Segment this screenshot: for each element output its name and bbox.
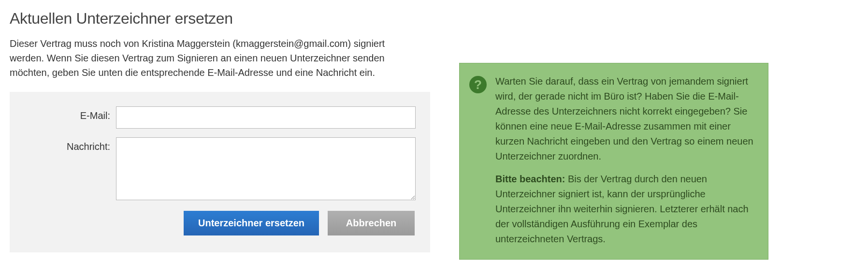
email-input[interactable] [116,106,416,129]
replace-signer-button[interactable]: Unterzeichner ersetzen [184,211,319,235]
info-paragraph-1: Warten Sie darauf, dass ein Vertrag von … [495,74,755,164]
info-paragraph-2: Bitte beachten: Bis der Vertrag durch de… [495,172,755,247]
form-panel: E-Mail: Nachricht: Unterzeichner ersetze… [10,92,430,252]
page-title: Aktuellen Unterzeichner ersetzen [10,10,430,28]
page-description: Dieser Vertrag muss noch von Kristina Ma… [10,36,406,80]
message-textarea[interactable] [116,137,416,200]
message-label: Nachricht: [24,137,116,152]
help-icon: ? [469,76,487,93]
note-label: Bitte beachten: [495,174,565,184]
email-label: E-Mail: [24,106,116,121]
info-box: ? Warten Sie darauf, dass ein Vertrag vo… [459,63,768,260]
cancel-button[interactable]: Abbrechen [328,211,415,235]
